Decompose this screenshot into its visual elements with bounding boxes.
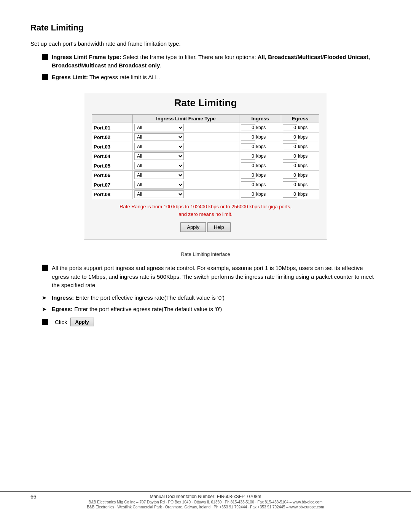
- egress-kbps-1: kbps: [298, 125, 307, 130]
- egress-kbps-8: kbps: [298, 192, 307, 197]
- ingress-input-8[interactable]: [241, 191, 255, 198]
- ingress-kbps-2: kbps: [256, 134, 266, 140]
- bullet-item-ingress: Ingress Limit Frame type: Select the fra…: [42, 53, 381, 70]
- frame-type-select-1[interactable]: AllBroadcast/Multicast/Flooded UnicastBr…: [134, 124, 184, 131]
- ingress-input-3[interactable]: [241, 143, 255, 150]
- ingress-kbps-7: kbps: [256, 182, 266, 187]
- port-label-5: Port.05: [92, 161, 133, 171]
- bullet-icon-2: [42, 74, 48, 80]
- click-label: Click: [55, 319, 67, 325]
- frame-type-select-2[interactable]: AllBroadcast/Multicast/Flooded UnicastBr…: [134, 133, 184, 141]
- egress-cell-1[interactable]: kbps: [281, 123, 319, 133]
- ingress-cell-7[interactable]: kbps: [239, 180, 281, 190]
- arrow-bullet-egress: ➤ Egress: Enter the port effective egres…: [42, 305, 381, 314]
- footer-doc-num: Manual Documentation Number: EIR608-xSFP…: [0, 494, 411, 499]
- ingress-kbps-1: kbps: [256, 125, 266, 130]
- frame-type-cell-1[interactable]: AllBroadcast/Multicast/Flooded UnicastBr…: [133, 123, 239, 133]
- frame-type-cell-4[interactable]: AllBroadcast/Multicast/Flooded UnicastBr…: [133, 152, 239, 161]
- footer-page-num: 66: [30, 494, 37, 500]
- apply-button[interactable]: Apply: [180, 222, 206, 232]
- rate-note-line1: Rate Range is from 100 kbps to 102400 kb…: [119, 204, 292, 209]
- egress-input-2[interactable]: [283, 134, 297, 141]
- ingress-input-4[interactable]: [241, 153, 255, 160]
- egress-input-4[interactable]: [283, 153, 297, 160]
- ingress-input-6[interactable]: [241, 172, 255, 179]
- port-label-3: Port.03: [92, 142, 133, 152]
- body-paragraph-block: All the ports support port ingress and e…: [42, 264, 381, 290]
- ingress-input-1[interactable]: [241, 124, 255, 131]
- egress-input-3[interactable]: [283, 143, 297, 150]
- frame-type-cell-5[interactable]: AllBroadcast/Multicast/Flooded UnicastBr…: [133, 161, 239, 171]
- col-egress-header: Egress: [281, 115, 319, 123]
- caption: Rate Limiting interface: [30, 251, 381, 257]
- egress-kbps-4: kbps: [298, 153, 307, 159]
- ingress-cell-5[interactable]: kbps: [239, 161, 281, 171]
- ingress-cell-4[interactable]: kbps: [239, 152, 281, 161]
- egress-cell-8[interactable]: kbps: [281, 190, 319, 199]
- frame-type-select-4[interactable]: AllBroadcast/Multicast/Flooded UnicastBr…: [134, 152, 184, 160]
- ingress-cell-1[interactable]: kbps: [239, 123, 281, 133]
- ingress-input-7[interactable]: [241, 181, 255, 188]
- bullet-text-1: Ingress Limit Frame type: Select the fra…: [52, 53, 381, 70]
- ingress-kbps-5: kbps: [256, 163, 266, 168]
- port-label-1: Port.01: [92, 123, 133, 133]
- port-label-6: Port.06: [92, 171, 133, 180]
- egress-input-5[interactable]: [283, 162, 297, 169]
- frame-type-cell-6[interactable]: AllBroadcast/Multicast/Flooded UnicastBr…: [133, 171, 239, 180]
- egress-cell-7[interactable]: kbps: [281, 180, 319, 190]
- arrow-text-egress: Egress: Enter the port effective egress …: [52, 305, 381, 314]
- frame-type-select-5[interactable]: AllBroadcast/Multicast/Flooded UnicastBr…: [134, 162, 184, 169]
- egress-cell-5[interactable]: kbps: [281, 161, 319, 171]
- port-label-7: Port.07: [92, 180, 133, 190]
- port-label-4: Port.04: [92, 152, 133, 161]
- frame-type-select-6[interactable]: AllBroadcast/Multicast/Flooded UnicastBr…: [134, 171, 184, 179]
- egress-kbps-3: kbps: [298, 144, 307, 149]
- frame-type-select-7[interactable]: AllBroadcast/Multicast/Flooded UnicastBr…: [134, 181, 184, 189]
- intro-text: Set up each port's bandwidth rate and fr…: [30, 40, 381, 48]
- frame-type-select-8[interactable]: AllBroadcast/Multicast/Flooded UnicastBr…: [134, 190, 184, 198]
- egress-cell-6[interactable]: kbps: [281, 171, 319, 180]
- rate-note: Rate Range is from 100 kbps to 102400 kb…: [92, 203, 319, 218]
- egress-cell-2[interactable]: kbps: [281, 133, 319, 142]
- ingress-input-2[interactable]: [241, 134, 255, 141]
- footer-company2: B&B Electronics · Westlink Commercial Pa…: [0, 505, 411, 509]
- egress-cell-4[interactable]: kbps: [281, 152, 319, 161]
- ingress-input-5[interactable]: [241, 162, 255, 169]
- egress-input-8[interactable]: [283, 191, 297, 198]
- egress-kbps-2: kbps: [298, 134, 307, 140]
- col-frame-type-header: Ingress Limit Frame Type: [133, 115, 239, 123]
- frame-type-cell-3[interactable]: AllBroadcast/Multicast/Flooded UnicastBr…: [133, 142, 239, 152]
- egress-cell-3[interactable]: kbps: [281, 142, 319, 152]
- rate-table: Ingress Limit Frame Type Ingress Egress …: [92, 114, 319, 199]
- arrow-text-ingress: Ingress: Enter the port effective ingres…: [52, 294, 381, 302]
- click-apply-button[interactable]: Apply: [70, 318, 94, 326]
- ingress-cell-8[interactable]: kbps: [239, 190, 281, 199]
- ingress-cell-2[interactable]: kbps: [239, 133, 281, 142]
- frame-type-cell-8[interactable]: AllBroadcast/Multicast/Flooded UnicastBr…: [133, 190, 239, 199]
- bullet-item-egress: Egress Limit: The egress rate limit is A…: [42, 73, 381, 82]
- port-label-2: Port.02: [92, 133, 133, 142]
- help-button[interactable]: Help: [207, 222, 231, 232]
- ingress-kbps-3: kbps: [256, 144, 266, 149]
- click-apply-row: Click Apply: [42, 318, 381, 326]
- body-paragraph-text: All the ports support port ingress and e…: [52, 264, 381, 290]
- footer-company1: B&B Electronics Mfg Co Inc – 707 Dayton …: [0, 500, 411, 504]
- egress-kbps-6: kbps: [298, 173, 307, 178]
- arrow-bullet-ingress: ➤ Ingress: Enter the port effective ingr…: [42, 294, 381, 302]
- bullet-icon-1: [42, 54, 48, 60]
- col-ingress-header: Ingress: [239, 115, 281, 123]
- frame-type-cell-7[interactable]: AllBroadcast/Multicast/Flooded UnicastBr…: [133, 180, 239, 190]
- ingress-cell-6[interactable]: kbps: [239, 171, 281, 180]
- frame-type-select-3[interactable]: AllBroadcast/Multicast/Flooded UnicastBr…: [134, 143, 184, 150]
- ingress-kbps-6: kbps: [256, 173, 266, 178]
- section-title: Rate Limiting: [30, 23, 381, 33]
- egress-input-7[interactable]: [283, 181, 297, 188]
- footer: Manual Documentation Number: EIR608-xSFP…: [0, 491, 411, 509]
- egress-input-6[interactable]: [283, 172, 297, 179]
- egress-input-1[interactable]: [283, 124, 297, 131]
- rate-note-line2: and zero means no limit.: [178, 211, 233, 217]
- frame-type-cell-2[interactable]: AllBroadcast/Multicast/Flooded UnicastBr…: [133, 133, 239, 142]
- arrow-icon-2: ➤: [42, 305, 50, 314]
- ingress-cell-3[interactable]: kbps: [239, 142, 281, 152]
- ingress-kbps-8: kbps: [256, 192, 266, 197]
